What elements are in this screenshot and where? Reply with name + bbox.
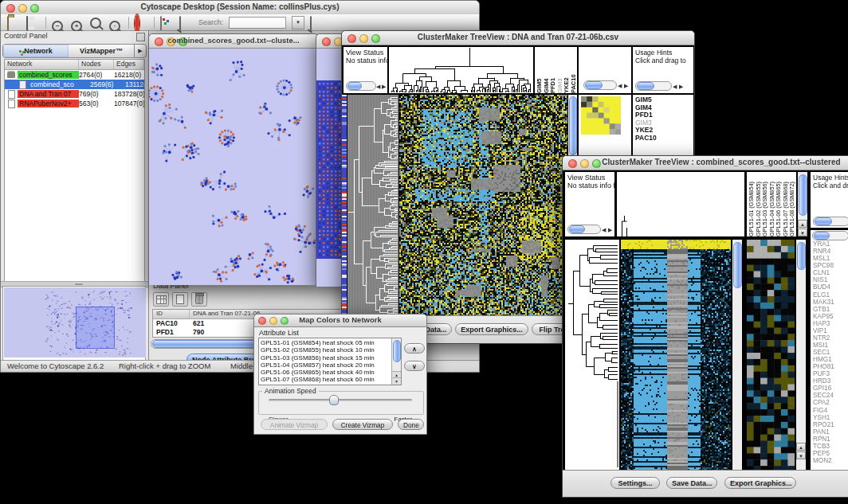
birds-eye-view[interactable]	[2, 286, 146, 361]
gene-label[interactable]: NIS1	[813, 276, 848, 283]
gene-label[interactable]: PAN1	[813, 428, 848, 436]
attribute-item[interactable]: GPL51-03 (GSM856) heat shock 15 min	[261, 354, 391, 361]
speed-slider-thumb[interactable]	[329, 395, 339, 405]
gene-label[interactable]: CLN1	[813, 269, 848, 276]
column-dendrogram-canvas[interactable]	[389, 47, 533, 93]
column-label[interactable]: GPL51-06 (GSM865)	[775, 172, 783, 236]
attribute-list-vscrollbar[interactable]: ▲ ▼	[391, 338, 401, 385]
column-label[interactable]: GPL51-08 (GSM872)	[789, 172, 796, 236]
save-data-button[interactable]: Save Data...	[666, 477, 717, 489]
network-graph-canvas[interactable]	[149, 49, 318, 285]
gene-label[interactable]: TCB3	[813, 443, 848, 450]
select-attributes-button[interactable]	[153, 292, 169, 307]
mini-hscrollbar[interactable]	[567, 225, 601, 234]
gene-label[interactable]: MAK31	[813, 299, 848, 306]
gene-label[interactable]: FIG4	[813, 407, 848, 414]
heatmap-canvas[interactable]	[399, 95, 567, 315]
heatmap-panel[interactable]	[399, 95, 567, 315]
labels-vscrollbar[interactable]: ▲ ▼	[798, 172, 807, 236]
done-button[interactable]: Done	[398, 419, 424, 430]
gene-label[interactable]: VIP1	[813, 327, 848, 334]
settings-button[interactable]: Settings...	[610, 477, 660, 489]
float-panel-icon[interactable]	[136, 33, 145, 41]
zoom-vscrollbar[interactable]: ▲ ▼	[796, 240, 806, 472]
network-table-row[interactable]: combined_scores 2764(0) 16218(0)	[5, 70, 144, 80]
scroll-left-icon[interactable]: ◀	[602, 226, 606, 234]
gene-label[interactable]: RPN1	[813, 436, 848, 443]
gene-label[interactable]: PHO81	[813, 363, 848, 370]
delete-attribute-button[interactable]	[191, 292, 207, 307]
heatmap-panel[interactable]	[621, 240, 731, 472]
open-session-button[interactable]	[7, 17, 21, 29]
zoom-heatmap-panel[interactable]	[747, 240, 795, 472]
scroll-right-icon[interactable]: ▶	[679, 83, 683, 91]
scroll-down-icon[interactable]: ▼	[392, 377, 401, 385]
gene-label[interactable]: KAP95	[813, 313, 848, 320]
column-label[interactable]: PFD1	[550, 47, 557, 93]
column-label[interactable]: GPL51-02 (GSM855)	[756, 172, 763, 236]
gene-label[interactable]: SPC98	[813, 262, 848, 269]
column-dendrogram-panel[interactable]	[389, 47, 533, 93]
attribute-item[interactable]: GPL51-01 (GSM854) heat shock 05 min	[261, 339, 391, 346]
scroll-left-icon[interactable]: ◀	[376, 83, 380, 91]
mini-hscrollbar[interactable]	[813, 217, 848, 226]
gene-label[interactable]: PUF3	[813, 370, 848, 377]
close-icon[interactable]	[322, 37, 331, 46]
move-up-button[interactable]: ∧	[404, 343, 425, 354]
chevron-down-icon[interactable]: ▼	[292, 16, 304, 29]
gene-label[interactable]: HMG1	[813, 356, 848, 363]
gene-label[interactable]: BUD4	[813, 283, 848, 291]
treeview1-titlebar[interactable]: ClusterMaker TreeView : DNA and Tran 07-…	[342, 31, 694, 45]
scroll-up-icon[interactable]: ▲	[798, 220, 807, 228]
tab-overflow-button[interactable]: ▶	[134, 45, 146, 57]
birds-eye-canvas[interactable]	[4, 287, 146, 357]
gene-label[interactable]: CPA2	[813, 399, 848, 406]
row-dendrogram-panel[interactable]	[565, 240, 619, 472]
column-label[interactable]: GIM5	[536, 47, 544, 93]
mini-hscrollbar[interactable]	[583, 80, 617, 90]
scroll-left-icon[interactable]: ◀	[673, 83, 677, 91]
scrollbar-thumb[interactable]	[393, 340, 401, 362]
zoom-heatmap-canvas[interactable]	[747, 240, 795, 472]
attribute-item[interactable]: GPL51-06 (GSM865) heat shock 40 min	[261, 369, 391, 376]
attribute-item[interactable]: GPL51-07 (GSM868) heat shock 60 min	[261, 376, 391, 383]
row-label[interactable]: PAC10	[635, 135, 693, 143]
save-session-button[interactable]	[26, 17, 40, 29]
gene-label[interactable]: GTB1	[813, 306, 848, 313]
zoom-in-button[interactable]: +	[71, 17, 84, 29]
scroll-down-icon[interactable]: ▼	[798, 229, 807, 236]
column-label[interactable]: GIM4	[544, 47, 551, 93]
tab-vizmapper[interactable]: VizMapper™	[69, 45, 134, 57]
zoom-selected-button[interactable]: ▫	[109, 17, 123, 29]
scroll-right-icon[interactable]: ▶	[624, 82, 628, 90]
create-vizmap-button[interactable]: Create Vizmap	[332, 419, 393, 430]
zoom-out-button[interactable]: −	[52, 17, 65, 29]
heatmap-canvas[interactable]	[621, 240, 731, 472]
gene-label[interactable]: MSL1	[813, 255, 848, 262]
annotation-button[interactable]	[179, 17, 193, 29]
scroll-up-icon[interactable]: ▲	[796, 443, 806, 451]
gene-label[interactable]: ELG1	[813, 291, 848, 299]
speed-slider-track[interactable]	[269, 399, 412, 401]
dialog-titlebar[interactable]: Map Colors to Network	[254, 315, 426, 327]
attribute-item[interactable]: GPL51-02 (GSM855) heat shock 10 min	[261, 346, 391, 354]
scrollbar-thumb[interactable]	[733, 242, 742, 288]
zoom-fit-button[interactable]	[90, 17, 104, 29]
network-table-header[interactable]: Network Nodes Edges	[5, 60, 144, 70]
gene-label[interactable]: YSH1	[813, 414, 848, 421]
column-label[interactable]: PAC10	[571, 47, 578, 93]
mini-hscrollbar[interactable]	[812, 231, 848, 240]
plugin-button[interactable]	[160, 17, 174, 29]
column-label[interactable]: GPL51-03 (GSM856)	[762, 172, 769, 236]
mini-hscrollbar[interactable]	[346, 81, 376, 91]
gene-label[interactable]: PEP5	[813, 450, 848, 457]
scroll-left-icon[interactable]: ◀	[618, 82, 622, 90]
column-label[interactable]: YKE2	[563, 47, 571, 93]
search-options-button[interactable]	[310, 17, 324, 29]
column-dendrogram-canvas[interactable]	[617, 172, 744, 236]
move-down-button[interactable]: ∨	[404, 361, 425, 371]
gene-label[interactable]: SEC24	[813, 392, 848, 399]
scrollbar-thumb[interactable]	[569, 96, 577, 155]
main-titlebar[interactable]: Cytoscape Desktop (Session Name: collins…	[1, 1, 479, 15]
attribute-item[interactable]: GPL51-04 (GSM857) heat shock 20 min	[261, 361, 391, 369]
